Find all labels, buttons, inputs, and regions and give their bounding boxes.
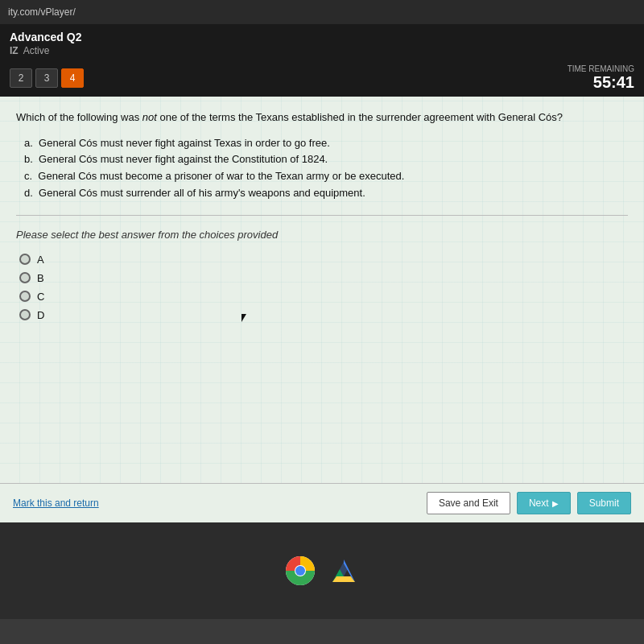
quiz-title: Advanced Q2 xyxy=(10,31,634,43)
option-c-text: General Cós must become a prisoner of wa… xyxy=(38,170,404,182)
quiz-content: Which of the following was not one of th… xyxy=(0,97,644,483)
question-nav: 2 3 4 xyxy=(10,68,84,88)
url-bar: ity.com/vPlayer/ xyxy=(8,6,76,18)
radio-b[interactable]: B xyxy=(19,272,628,284)
radio-label-d: D xyxy=(37,309,44,321)
svg-point-3 xyxy=(295,566,305,576)
quiz-label: IZ xyxy=(10,45,19,56)
action-buttons: Save and Exit Next Submit xyxy=(427,492,631,514)
question-text: Which of the following was not one of th… xyxy=(16,109,628,126)
quiz-header: Advanced Q2 IZ Active xyxy=(0,24,644,60)
option-d: d. General Cós must surrender all of his… xyxy=(24,185,628,202)
divider xyxy=(16,215,628,216)
radio-a[interactable]: A xyxy=(19,254,628,266)
radio-options: A B C D xyxy=(19,254,628,321)
mark-return-link[interactable]: Mark this and return xyxy=(13,497,99,509)
radio-circle-b xyxy=(19,272,31,283)
radio-circle-d xyxy=(19,309,31,320)
option-c-letter: c. xyxy=(24,170,32,182)
google-drive-icon[interactable] xyxy=(328,555,359,586)
nav-btn-2[interactable]: 2 xyxy=(10,68,32,88)
quiz-status: Active xyxy=(23,45,50,56)
navigation-bar: 2 3 4 TIME REMAINING 55:41 xyxy=(0,60,644,97)
browser-bar: ity.com/vPlayer/ xyxy=(0,0,644,24)
option-b-text: General Cós must never fight against the… xyxy=(39,153,328,165)
action-bar: Mark this and return Save and Exit Next … xyxy=(0,483,644,522)
option-b: b. General Cós must never fight against … xyxy=(24,151,628,168)
radio-c[interactable]: C xyxy=(19,291,628,303)
option-b-letter: b. xyxy=(24,153,33,165)
radio-label-b: B xyxy=(37,272,44,284)
timer-section: TIME REMAINING 55:41 xyxy=(568,64,634,92)
save-exit-button[interactable]: Save and Exit xyxy=(427,492,510,514)
chrome-icon[interactable] xyxy=(285,555,316,586)
radio-circle-c xyxy=(19,291,31,302)
option-a-text: General Cós must never fight against Tex… xyxy=(39,137,330,149)
nav-btn-3[interactable]: 3 xyxy=(35,68,58,88)
mouse-cursor xyxy=(242,314,248,322)
submit-button[interactable]: Submit xyxy=(577,492,631,514)
timer-value: 55:41 xyxy=(568,73,634,92)
timer-label: TIME REMAINING xyxy=(568,64,634,73)
option-c: c. General Cós must become a prisoner of… xyxy=(24,168,628,185)
radio-label-a: A xyxy=(37,254,44,266)
next-button[interactable]: Next xyxy=(517,492,571,514)
option-a: a. General Cós must never fight against … xyxy=(24,135,628,152)
radio-label-c: C xyxy=(37,291,44,303)
option-d-text: General Cós must surrender all of his ar… xyxy=(39,187,365,199)
option-d-letter: d. xyxy=(24,187,33,199)
option-a-letter: a. xyxy=(24,137,33,149)
radio-circle-a xyxy=(19,254,31,265)
nav-btn-4[interactable]: 4 xyxy=(61,68,84,88)
taskbar xyxy=(0,522,644,619)
radio-d[interactable]: D xyxy=(19,309,628,321)
instruction-text: Please select the best answer from the c… xyxy=(16,229,628,241)
